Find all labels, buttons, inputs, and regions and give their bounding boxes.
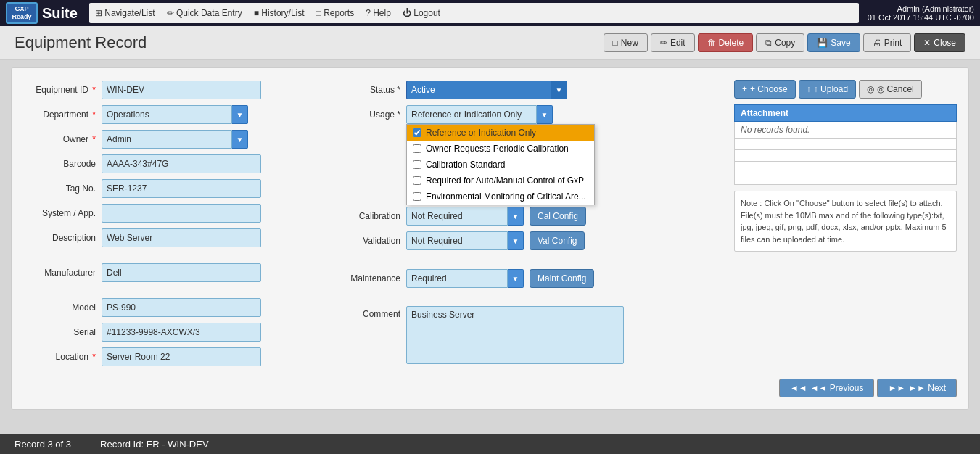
close-button[interactable]: ✕ Close — [914, 33, 965, 52]
usage-display-value: Reference or Indication Only — [406, 105, 537, 124]
usage-option-owner-periodic[interactable]: Owner Requests Periodic Calibration — [407, 141, 594, 157]
maintenance-select[interactable]: Required — [406, 269, 508, 288]
edit-button[interactable]: ✏ Edit — [651, 33, 695, 52]
manufacturer-row: Manufacturer — [23, 263, 328, 283]
description-input[interactable] — [102, 228, 261, 247]
department-dropdown-arrow[interactable]: ▼ — [232, 105, 248, 124]
cancel-attach-button[interactable]: ◎ ◎ Cancel — [859, 80, 922, 99]
usage-checkbox-auto-manual[interactable] — [413, 176, 421, 185]
page-header: Equipment Record □ New ✏ Edit 🗑 Delete ⧉… — [0, 26, 980, 60]
usage-dropdown-arrow[interactable]: ▼ — [537, 105, 553, 124]
next-button[interactable]: ►► ►► Next — [877, 379, 957, 397]
usage-option-auto-manual[interactable]: Required for Auto/Manual Control of GxP — [407, 173, 594, 189]
previous-icon: ◄◄ — [790, 383, 807, 393]
bottom-nav: ◄◄ ◄◄ Previous ►► ►► Next — [23, 379, 957, 397]
toolbar: □ New ✏ Edit 🗑 Delete ⧉ Copy 💾 Save 🖨 Pr… — [604, 33, 965, 52]
status-dropdown-arrow[interactable]: ▼ — [551, 81, 567, 99]
no-records-row: No records found. — [735, 122, 957, 139]
usage-dropdown-menu: Reference or Indication Only Owner Reque… — [406, 124, 595, 205]
department-select[interactable]: Operations — [102, 105, 232, 124]
save-icon: 💾 — [817, 38, 828, 48]
nav-links: ⊞ Navigate/List ✏ Quick Data Entry ■ His… — [89, 3, 859, 23]
copy-icon: ⧉ — [765, 38, 772, 48]
serial-input[interactable] — [102, 323, 261, 342]
model-row: Model — [23, 297, 328, 318]
attachment-header: Attachment — [735, 105, 957, 122]
nav-help[interactable]: ? Help — [366, 8, 391, 18]
status-label: Status * — [342, 85, 400, 95]
calibration-select[interactable]: Not Required — [406, 207, 508, 226]
usage-option-env-monitoring[interactable]: Environmental Monitoring of Critical Are… — [407, 189, 594, 205]
usage-checkbox-cal-standard[interactable] — [413, 160, 421, 169]
left-section: Equipment ID * Department * Operations ▼ — [23, 80, 328, 367]
validation-dropdown-arrow[interactable]: ▼ — [508, 231, 524, 250]
previous-button[interactable]: ◄◄ ◄◄ Previous — [779, 379, 875, 397]
choose-button[interactable]: + + Choose — [734, 80, 796, 99]
nav-reports[interactable]: □ Reports — [316, 8, 355, 18]
attach-buttons: + + Choose ↑ ↑ Upload ◎ ◎ Cancel — [734, 80, 957, 99]
new-button[interactable]: □ New — [604, 33, 648, 52]
usage-label: Usage * — [342, 110, 400, 120]
print-button[interactable]: 🖨 Print — [863, 33, 912, 52]
nav-history-list[interactable]: ■ History/List — [254, 8, 305, 18]
upload-icon: ↑ — [807, 84, 811, 94]
maintenance-dropdown-arrow[interactable]: ▼ — [508, 269, 524, 288]
middle-section: Status * Active ▼ Usage * — [342, 80, 720, 367]
usage-checkbox-reference[interactable] — [413, 128, 421, 137]
nav-bar: GXPReady Suite ⊞ Navigate/List ✏ Quick D… — [0, 0, 980, 26]
nav-logout[interactable]: ⏻ Logout — [403, 8, 440, 18]
comment-textarea[interactable]: Business Server — [406, 306, 624, 364]
maint-config-button[interactable]: Maint Config — [530, 269, 594, 288]
usage-dropdown-wrapper: Reference or Indication Only ▼ Reference… — [406, 105, 553, 124]
system-app-row: System / App. — [23, 203, 328, 223]
cal-config-button[interactable]: Cal Config — [530, 207, 586, 226]
nav-quick-data-entry[interactable]: ✏ Quick Data Entry — [167, 8, 242, 18]
form-grid: Equipment ID * Department * Operations ▼ — [23, 80, 957, 367]
validation-label: Validation — [342, 236, 400, 246]
usage-option-reference[interactable]: Reference or Indication Only — [407, 125, 594, 141]
tag-no-input[interactable] — [102, 179, 261, 198]
upload-button[interactable]: ↑ ↑ Upload — [799, 80, 856, 99]
save-button[interactable]: 💾 Save — [807, 33, 860, 52]
owner-select[interactable]: Admin — [102, 130, 232, 149]
user-info: Admin (Administrator) 01 Oct 2017 15:44 … — [868, 4, 974, 22]
owner-select-container: Admin ▼ — [102, 130, 248, 149]
suite-title: Suite — [42, 5, 78, 22]
serial-row: Serial — [23, 322, 328, 342]
val-config-button[interactable]: Val Config — [530, 231, 585, 250]
usage-checkbox-periodic[interactable] — [413, 144, 421, 153]
calibration-dropdown-arrow[interactable]: ▼ — [508, 207, 524, 226]
department-label: Department * — [23, 110, 96, 120]
nav-navigate-list[interactable]: ⊞ Navigate/List — [95, 8, 155, 18]
copy-button[interactable]: ⧉ Copy — [756, 33, 804, 52]
attach-note: Note : Click On "Choose" button to selec… — [734, 191, 957, 252]
model-input[interactable] — [102, 298, 261, 317]
calibration-label: Calibration — [342, 211, 400, 221]
barcode-label: Barcode — [23, 159, 96, 169]
location-label: Location * — [23, 352, 96, 362]
empty-row-2 — [735, 150, 957, 162]
owner-dropdown-arrow[interactable]: ▼ — [232, 130, 248, 149]
validation-select[interactable]: Not Required — [406, 231, 508, 250]
description-label: Description — [23, 233, 96, 243]
calibration-row: Calibration Not Required ▼ Cal Config — [342, 206, 720, 226]
equipment-id-input[interactable] — [102, 81, 261, 99]
status-select-container: Active ▼ — [406, 81, 567, 99]
status-select[interactable]: Active — [406, 81, 551, 99]
attachment-table: Attachment No records found. — [734, 104, 957, 185]
print-icon: 🖨 — [873, 38, 881, 48]
barcode-input[interactable] — [102, 154, 261, 173]
manufacturer-input[interactable] — [102, 263, 261, 282]
no-records-cell: No records found. — [735, 122, 957, 139]
edit-icon: ✏ — [660, 38, 667, 48]
manufacturer-label: Manufacturer — [23, 268, 96, 278]
usage-select-display[interactable]: Reference or Indication Only ▼ — [406, 105, 553, 124]
empty-row-4 — [735, 173, 957, 185]
maintenance-select-container: Required ▼ — [406, 269, 524, 288]
system-app-input[interactable] — [102, 204, 261, 223]
usage-option-cal-standard[interactable]: Calibration Standard — [407, 157, 594, 173]
delete-button[interactable]: 🗑 Delete — [698, 33, 754, 52]
usage-checkbox-env-monitoring[interactable] — [413, 192, 421, 201]
status-row: Status * Active ▼ — [342, 80, 720, 100]
location-input[interactable] — [102, 347, 261, 366]
